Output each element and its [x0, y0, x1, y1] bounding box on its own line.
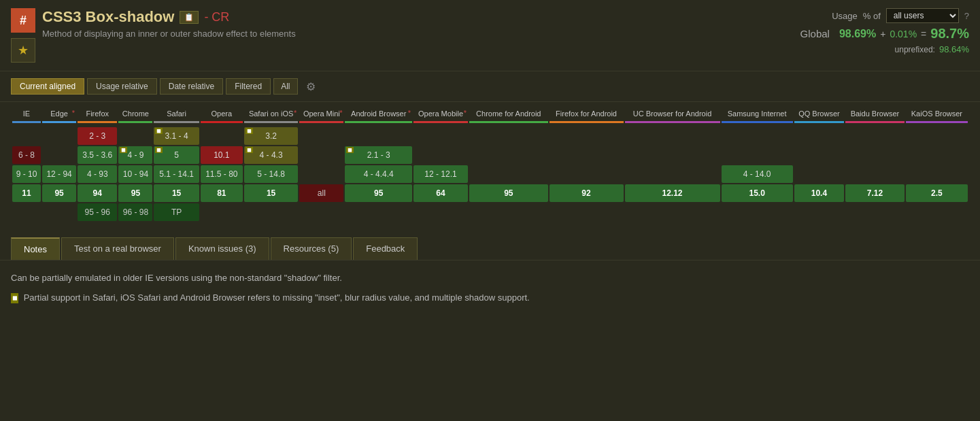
usage-row: Usage % of all users tracked users ?: [711, 8, 969, 23]
browser-color-bar: [299, 121, 343, 123]
version-cell[interactable]: 96 - 98: [118, 203, 152, 221]
stat-supported: 98.69%: [839, 28, 876, 40]
version-cell[interactable]: TP: [154, 203, 199, 221]
version-cell[interactable]: 2.5: [906, 184, 968, 202]
browser-name-label: Safari on iOS: [244, 109, 298, 118]
version-cell[interactable]: 95: [42, 184, 76, 202]
star-button[interactable]: ★: [11, 38, 35, 63]
version-cell[interactable]: 4 - 14.0: [722, 165, 793, 183]
version-cell: [42, 127, 76, 145]
partial-badge: ◼: [155, 147, 163, 153]
version-cell: [550, 146, 624, 164]
stat-eq: =: [921, 29, 926, 39]
browser-header-firefox-for-android: Firefox for Android: [550, 109, 624, 126]
version-cell: [469, 165, 548, 183]
version-cell[interactable]: ◼3.1 - 4: [154, 127, 199, 145]
hash-icon[interactable]: #: [11, 8, 35, 33]
browser-name-label: Edge: [42, 109, 76, 118]
version-cell[interactable]: 95: [469, 184, 548, 202]
version-cell[interactable]: 15: [244, 184, 298, 202]
unprefixed-row: unprefixed: 98.64%: [711, 44, 969, 54]
version-cell: [794, 165, 844, 183]
tab-feedback[interactable]: Feedback: [353, 237, 418, 260]
version-cell[interactable]: 12 - 94: [42, 165, 76, 183]
version-cell[interactable]: 2 - 3: [78, 127, 117, 145]
version-cell[interactable]: 12 - 12.1: [413, 165, 468, 183]
settings-icon[interactable]: ⚙: [301, 79, 321, 95]
global-row: Global 98.69% + 0.01% = 98.7%: [711, 26, 969, 41]
version-cell: [845, 165, 905, 183]
version-cell: [794, 146, 844, 164]
partial-badge: ◼: [120, 147, 127, 153]
filter-filtered[interactable]: Filtered: [226, 78, 271, 95]
version-cell[interactable]: 15: [154, 184, 199, 202]
header-left: # ★ CSS3 Box-shadow 📋 - CR Method of dis…: [11, 8, 296, 63]
browser-header-opera: Opera: [201, 109, 243, 126]
browser-header-edge: Edge*: [42, 109, 76, 126]
version-cell: [469, 146, 548, 164]
notes-line1: Can be partially emulated in older IE ve…: [11, 271, 969, 286]
version-cell[interactable]: ◼3.2: [244, 127, 298, 145]
version-cell[interactable]: 5.1 - 14.1: [154, 165, 199, 183]
version-cell: [42, 146, 76, 164]
version-cell[interactable]: 6 - 8: [12, 146, 41, 164]
page-title: CSS3 Box-shadow: [42, 8, 174, 26]
version-cell: [413, 127, 468, 145]
version-cell[interactable]: 64: [413, 184, 468, 202]
version-cell[interactable]: 95 - 96: [78, 203, 117, 221]
browser-header-qq-browser: QQ Browser: [794, 109, 844, 126]
version-cell[interactable]: 95: [345, 184, 412, 202]
filter-current-aligned[interactable]: Current aligned: [11, 78, 84, 95]
version-cell: [469, 203, 548, 221]
version-cell[interactable]: 11.5 - 80: [201, 165, 243, 183]
table-row: 95 - 9696 - 98TP: [12, 203, 968, 221]
browser-header-kaios-browser: KaiOS Browser: [906, 109, 968, 126]
filter-bar: Current aligned Usage relative Date rela…: [0, 71, 980, 102]
version-cell[interactable]: all: [299, 184, 343, 202]
tab-issues[interactable]: Known issues (3): [175, 237, 269, 260]
version-cell[interactable]: 3.5 - 3.6: [78, 146, 117, 164]
filter-usage-relative[interactable]: Usage relative: [87, 78, 157, 95]
version-cell[interactable]: 10.4: [794, 184, 844, 202]
title-section: CSS3 Box-shadow 📋 - CR Method of display…: [42, 8, 296, 39]
spec-badge[interactable]: 📋: [180, 11, 199, 24]
version-cell[interactable]: 10.1: [201, 146, 243, 164]
table-row: 9 - 1012 - 944 - 9310 - 945.1 - 14.111.5…: [12, 165, 968, 183]
version-cell[interactable]: 81: [201, 184, 243, 202]
browser-header-uc-browser-for-android: UC Browser for Android: [625, 109, 720, 126]
version-cell[interactable]: ◼5: [154, 146, 199, 164]
browser-name-label: Safari: [154, 109, 199, 118]
version-cell[interactable]: 4 - 4.4.4: [345, 165, 412, 183]
version-cell[interactable]: 4 - 93: [78, 165, 117, 183]
tab-notes[interactable]: Notes: [11, 237, 60, 260]
version-cell[interactable]: 9 - 10: [12, 165, 41, 183]
version-cell[interactable]: 5 - 14.8: [244, 165, 298, 183]
version-cell[interactable]: 15.0: [722, 184, 793, 202]
browser-color-bar: [12, 121, 41, 123]
version-cell[interactable]: 10 - 94: [118, 165, 152, 183]
asterisk-icon: *: [294, 109, 297, 117]
version-cell[interactable]: 11: [12, 184, 41, 202]
stat-total: 98.7%: [930, 26, 969, 41]
version-cell[interactable]: 92: [550, 184, 624, 202]
filter-date-relative[interactable]: Date relative: [160, 78, 223, 95]
page-wrapper: # ★ CSS3 Box-shadow 📋 - CR Method of dis…: [0, 0, 980, 322]
tab-test[interactable]: Test on a real browser: [61, 237, 174, 260]
version-cell: [299, 146, 343, 164]
version-cell[interactable]: ◼4 - 9: [118, 146, 152, 164]
version-cell: [906, 146, 968, 164]
browser-color-bar: [154, 121, 199, 123]
filter-all[interactable]: All: [273, 78, 297, 95]
help-icon[interactable]: ?: [964, 11, 969, 21]
browser-color-bar: [845, 121, 905, 123]
version-cell[interactable]: 95: [118, 184, 152, 202]
users-select[interactable]: all users tracked users: [886, 8, 959, 23]
version-cell[interactable]: ◼2.1 - 3: [345, 146, 412, 164]
version-cell[interactable]: ◼4 - 4.3: [244, 146, 298, 164]
version-cell[interactable]: 94: [78, 184, 117, 202]
version-cell[interactable]: 12.12: [625, 184, 720, 202]
tab-resources[interactable]: Resources (5): [271, 237, 352, 260]
percent-of-label: % of: [863, 11, 881, 21]
browser-header-baidu-browser: Baidu Browser: [845, 109, 905, 126]
version-cell[interactable]: 7.12: [845, 184, 905, 202]
